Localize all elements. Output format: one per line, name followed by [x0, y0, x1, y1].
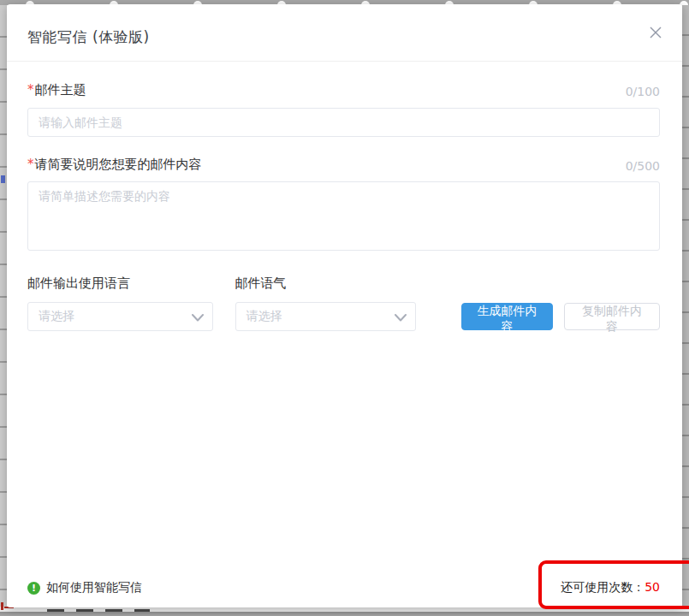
subject-field-header: *邮件主题 0/100 — [27, 82, 660, 98]
background-bottom-dashes — [47, 609, 150, 612]
brief-char-counter: 0/500 — [626, 159, 660, 173]
dialog-footer: ! 如何使用智能写信 还可使用次数：50 — [27, 579, 660, 596]
tone-label: 邮件语气 — [235, 275, 417, 292]
brief-textarea[interactable] — [27, 181, 660, 251]
subject-char-counter: 0/100 — [626, 85, 660, 98]
copy-content-button[interactable]: 复制邮件内容 — [564, 303, 660, 330]
dialog-header: 智能写信 (体验版) — [7, 4, 682, 62]
subject-label: *邮件主题 — [27, 82, 86, 98]
generate-content-button[interactable]: 生成邮件内容 — [461, 303, 553, 330]
action-buttons: 生成邮件内容 复制邮件内容 — [461, 303, 660, 330]
brief-field-header: *请简要说明您想要的邮件内容 0/500 — [27, 157, 660, 173]
how-to-use-link[interactable]: ! 如何使用智能写信 — [27, 580, 142, 595]
how-to-use-label: 如何使用智能写信 — [46, 580, 142, 595]
options-row: 邮件输出使用语言 请选择 邮件语气 请选择 — [27, 275, 660, 331]
required-mark: * — [27, 82, 34, 98]
brief-label: *请简要说明您想要的邮件内容 — [27, 157, 202, 173]
usage-remaining-label: 还可使用次数： — [561, 580, 644, 594]
usage-remaining: 还可使用次数：50 — [561, 580, 660, 595]
tone-select-value: 请选择 — [246, 309, 282, 324]
required-mark: * — [27, 157, 34, 172]
chevron-down-icon — [192, 309, 204, 325]
background-right-strip — [682, 5, 689, 609]
background-bottom-dark-strip — [0, 612, 689, 616]
language-field: 邮件输出使用语言 请选择 — [27, 275, 213, 331]
close-button[interactable] — [646, 25, 665, 44]
dialog-title: 智能写信 (体验版) — [27, 27, 150, 47]
info-icon: ! — [27, 582, 40, 595]
tone-field: 邮件语气 请选择 — [235, 275, 417, 331]
background-left-mark — [1, 175, 5, 183]
language-select-value: 请选择 — [39, 309, 74, 324]
chevron-down-icon — [395, 309, 407, 325]
screen: 智能写信 (体验版) *邮件主题 0/100 — [0, 0, 689, 616]
usage-remaining-count: 50 — [644, 580, 660, 594]
dialog-body: *邮件主题 0/100 *请简要说明您想要的邮件内容 0/500 邮件输出使用语… — [27, 62, 660, 331]
language-label: 邮件输出使用语言 — [27, 275, 213, 292]
tone-select[interactable]: 请选择 — [235, 302, 417, 331]
background-left-strip — [0, 5, 7, 609]
close-icon — [648, 25, 663, 44]
subject-input[interactable] — [27, 108, 660, 137]
language-select[interactable]: 请选择 — [27, 302, 213, 331]
smart-write-dialog: 智能写信 (体验版) *邮件主题 0/100 — [7, 4, 682, 607]
